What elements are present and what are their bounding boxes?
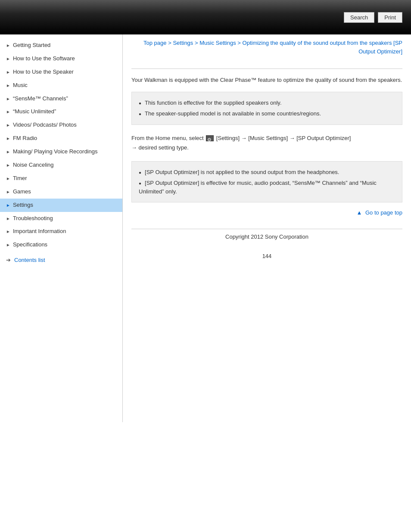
warning-item-2: [SP Output Optimizer] is effective for m… — [139, 177, 395, 197]
arrow-icon: ► — [6, 216, 10, 221]
sidebar-item-label: Noise Canceling — [13, 162, 54, 169]
first-note-box: This function is effective for the suppl… — [131, 92, 402, 125]
sidebar-item-settings[interactable]: ► Settings — [0, 199, 122, 212]
sidebar-item-label: Timer — [13, 175, 27, 182]
arrow-icon: ► — [6, 83, 10, 88]
header: Search Print — [0, 0, 411, 34]
content-section: Your Walkman is equipped with the Clear … — [131, 68, 402, 216]
instruction-main: From the Home menu, select — [131, 135, 205, 141]
print-button[interactable]: Print — [378, 12, 402, 23]
sidebar-item-label: Getting Started — [13, 42, 50, 49]
sidebar-item-fm-radio[interactable]: ► FM Radio — [0, 132, 122, 145]
sidebar-item-how-to-use-software[interactable]: ► How to Use the Software — [0, 52, 122, 65]
arrow-icon: ► — [6, 189, 10, 195]
divider — [131, 68, 402, 69]
sidebar: ► Getting Started ► How to Use the Softw… — [0, 34, 123, 422]
sidebar-item-music-unlimited[interactable]: ► “Music Unlimited” — [0, 105, 122, 118]
sidebar-item-label: Specifications — [13, 241, 47, 249]
main-layout: ► Getting Started ► How to Use the Softw… — [0, 34, 411, 422]
note-item-1: This function is effective for the suppl… — [139, 97, 395, 109]
sidebar-item-label: Videos/ Podcasts/ Photos — [13, 121, 77, 129]
sidebar-item-specifications[interactable]: ► Specifications — [0, 238, 122, 252]
go-to-top: ▲ Go to page top — [131, 209, 402, 216]
arrow-icon: ► — [6, 122, 10, 128]
copyright: Copyright 2012 Sony Corporation — [131, 229, 402, 240]
sidebar-item-games[interactable]: ► Games — [0, 185, 122, 199]
sidebar-item-how-to-use-speaker[interactable]: ► How to Use the Speaker — [0, 65, 122, 79]
sidebar-item-label: “Music Unlimited” — [13, 108, 56, 115]
sidebar-item-videos-podcasts[interactable]: ► Videos/ Podcasts/ Photos — [0, 118, 122, 132]
arrow-icon: ► — [6, 43, 10, 48]
sidebar-footer: ➔ Contents list — [0, 252, 122, 268]
page-number: 144 — [131, 253, 402, 259]
sidebar-item-label: “SensMe™ Channels” — [13, 95, 68, 103]
arrow-icon: ► — [6, 149, 10, 155]
arrow-icon: ► — [6, 229, 10, 234]
triangle-up-icon: ▲ — [356, 209, 362, 216]
arrow-icon: ► — [6, 136, 10, 141]
sidebar-item-label: FM Radio — [13, 135, 37, 142]
sidebar-item-label: Making/ Playing Voice Recordings — [13, 148, 98, 156]
go-to-top-link[interactable]: Go to page top — [365, 209, 402, 216]
arrow-icon: ► — [6, 176, 10, 181]
note-item-2: The speaker-supplied model is not availa… — [139, 108, 395, 119]
sidebar-item-getting-started[interactable]: ► Getting Started — [0, 39, 122, 52]
arrow-icon: ► — [6, 242, 10, 248]
sidebar-item-label: Troubleshooting — [13, 215, 53, 222]
sidebar-item-label: Settings — [13, 202, 33, 209]
arrow-icon: ► — [6, 162, 10, 168]
breadcrumb-top-page[interactable]: Top page — [143, 40, 167, 46]
sidebar-item-troubleshooting[interactable]: ► Troubleshooting — [0, 212, 122, 225]
sidebar-item-label: How to Use the Software — [13, 55, 75, 62]
second-note-box: [SP Output Optimizer] is not applied to … — [131, 161, 402, 203]
breadcrumb-current: Optimizing the quality of the sound outp… — [243, 40, 402, 55]
breadcrumb-settings[interactable]: Settings — [173, 40, 193, 46]
sidebar-item-label: Important Information — [13, 228, 66, 235]
settings-icon — [206, 135, 214, 141]
sidebar-item-noise-canceling[interactable]: ► Noise Canceling — [0, 159, 122, 172]
sidebar-item-label: Music — [13, 82, 28, 89]
sidebar-item-label: Games — [13, 188, 31, 196]
sidebar-item-sensme-channels[interactable]: ► “SensMe™ Channels” — [0, 92, 122, 106]
instruction-sub: → desired setting type. — [131, 144, 189, 151]
sidebar-item-music[interactable]: ► Music — [0, 79, 122, 92]
arrow-icon: ► — [6, 109, 10, 115]
arrow-icon: ► — [6, 56, 10, 62]
contents-list-link[interactable]: Contents list — [14, 257, 45, 263]
breadcrumb: Top page > Settings > Music Settings > O… — [131, 39, 402, 56]
sidebar-item-label: How to Use the Speaker — [13, 68, 74, 76]
search-button[interactable]: Search — [344, 12, 374, 23]
sidebar-item-timer[interactable]: ► Timer — [0, 172, 122, 185]
main-content: Top page > Settings > Music Settings > O… — [123, 34, 411, 422]
warning-item-1: [SP Output Optimizer] is not applied to … — [139, 167, 395, 178]
instruction-text: From the Home menu, select [Settings] → … — [131, 132, 402, 154]
sidebar-item-voice-recordings[interactable]: ► Making/ Playing Voice Recordings — [0, 145, 122, 159]
arrow-icon: ► — [6, 202, 10, 208]
arrow-icon: ► — [6, 96, 10, 102]
intro-text: Your Walkman is equipped with the Clear … — [131, 76, 402, 85]
arrow-icon: ► — [6, 69, 10, 75]
sidebar-item-important-information[interactable]: ► Important Information — [0, 225, 122, 238]
breadcrumb-music-settings[interactable]: Music Settings — [199, 40, 236, 46]
